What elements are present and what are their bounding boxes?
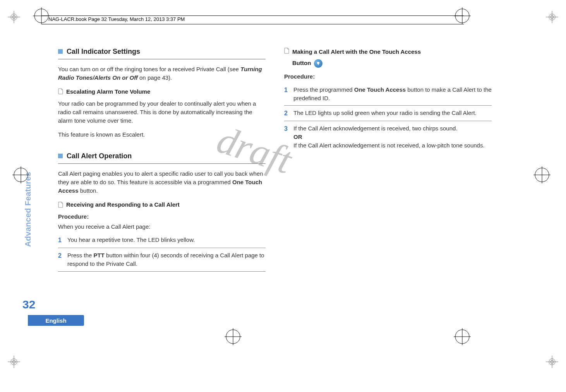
step-number: 2: [58, 251, 63, 268]
svg-rect-35: [318, 64, 319, 65]
reg-mark-bl: [6, 354, 22, 370]
left-column: Call Indicator Settings You can turn on …: [58, 46, 266, 276]
step-1: 1 Press the programmed One Touch Access …: [284, 82, 492, 106]
text: If the Call Alert acknowledgement is not…: [293, 142, 485, 149]
crosshair-bottom-center: [225, 328, 242, 345]
steps-receive: 1 You hear a repetitive tone. The LED bl…: [58, 233, 266, 272]
subhead-make-alert: Making a Call Alert with the One Touch A…: [284, 46, 492, 68]
step-body: If the Call Alert acknowledgement is rec…: [293, 124, 492, 149]
step-body: Press the PTT button within four (4) sec…: [67, 251, 266, 268]
text: Press the programmed: [293, 86, 354, 93]
subhead-make-alert-text: Making a Call Alert with the One Touch A…: [292, 46, 421, 68]
section-rule: [58, 59, 266, 60]
text: Button: [292, 60, 311, 66]
text: button.: [79, 187, 98, 194]
ref-one-touch: One Touch Access: [354, 86, 406, 93]
section-call-alert-head: Call Alert Operation: [58, 151, 266, 161]
section-call-indicator-head: Call Indicator Settings: [58, 46, 266, 56]
crosshair-top-right: [454, 7, 471, 24]
text: on page 43).: [138, 74, 172, 81]
procedure-sub: When you receive a Call Alert page:: [58, 223, 266, 231]
procedure-label: Procedure:: [58, 212, 266, 221]
step-body: You hear a repetitive tone. The LED blin…: [67, 236, 266, 245]
reg-mark-tl: [6, 9, 22, 25]
page-icon: [284, 48, 289, 54]
page-icon: [58, 202, 63, 208]
crosshair-right: [533, 166, 551, 183]
section-call-alert-title: Call Alert Operation: [67, 151, 132, 161]
step-number: 1: [58, 236, 63, 245]
subhead-escalating: Escalating Alarm Tone Volume: [58, 87, 266, 96]
one-touch-button-icon: [314, 59, 322, 68]
escalating-p1: Your radio can be programmed by your dea…: [58, 99, 266, 125]
step-2: 2 The LED lights up solid green when you…: [284, 105, 492, 121]
step-body: Press the programmed One Touch Access bu…: [293, 86, 492, 103]
crosshair-top-left: [33, 7, 50, 24]
section-bullet-icon: [58, 154, 63, 158]
crop-line-top2: [42, 24, 464, 24]
page-number: 32: [22, 298, 35, 311]
page-content: Call Indicator Settings You can turn on …: [58, 46, 492, 276]
page-icon: [58, 88, 63, 94]
text: Making a Call Alert with the One Touch A…: [292, 48, 421, 55]
section-rule: [58, 163, 266, 164]
subhead-receive-respond-text: Receiving and Responding to a Call Alert: [66, 200, 180, 209]
procedure-label: Procedure:: [284, 72, 492, 81]
call-indicator-intro: You can turn on or off the ringing tones…: [58, 65, 266, 82]
step-number: 2: [284, 109, 290, 118]
or-label: OR: [293, 134, 302, 140]
sidebar: Advanced Features: [23, 158, 35, 247]
section-bullet-icon: [58, 49, 63, 54]
step-3: 3 If the Call Alert acknowledgement is r…: [284, 121, 492, 152]
crop-line-top: [42, 15, 464, 16]
text: If the Call Alert acknowledgement is rec…: [293, 125, 458, 132]
reg-mark-tr: [544, 9, 560, 25]
text: Press the: [67, 252, 94, 258]
section-call-indicator-title: Call Indicator Settings: [67, 46, 140, 56]
escalating-p2: This feature is known as Escalert.: [58, 130, 266, 139]
call-alert-intro: Call Alert paging enables you to alert a…: [58, 169, 266, 195]
right-column: Making a Call Alert with the One Touch A…: [284, 46, 492, 276]
step-body: The LED lights up solid green when your …: [293, 109, 492, 118]
step-number: 3: [284, 124, 290, 149]
reg-mark-br: [544, 354, 560, 370]
text: You can turn on or off the ringing tones…: [58, 66, 240, 72]
sidebar-label: Advanced Features: [23, 172, 33, 247]
svg-rect-34: [317, 62, 319, 64]
ref-ptt: PTT: [94, 252, 105, 258]
step-number: 1: [284, 86, 290, 103]
step-2: 2 Press the PTT button within four (4) s…: [58, 248, 266, 271]
crosshair-bottom-right: [454, 328, 471, 345]
steps-make-alert: 1 Press the programmed One Touch Access …: [284, 82, 492, 153]
header-meta: NAG-LACR.book Page 32 Tuesday, March 12,…: [48, 16, 185, 22]
subhead-receive-respond: Receiving and Responding to a Call Alert: [58, 200, 266, 209]
subhead-escalating-text: Escalating Alarm Tone Volume: [66, 87, 150, 96]
language-tab: English: [28, 315, 84, 326]
step-1: 1 You hear a repetitive tone. The LED bl…: [58, 233, 266, 248]
